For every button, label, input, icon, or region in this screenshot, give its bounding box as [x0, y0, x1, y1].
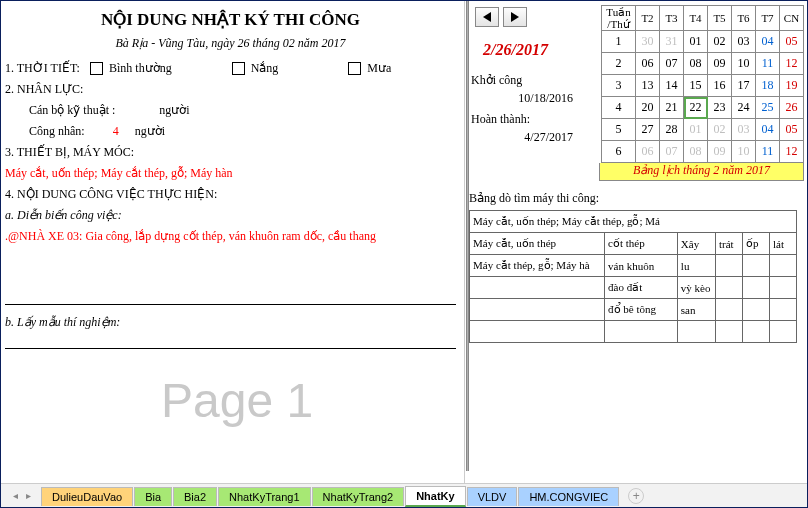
- next-button[interactable]: [503, 7, 527, 27]
- cal-day[interactable]: 25: [756, 97, 780, 119]
- cal-day[interactable]: 10: [732, 141, 756, 163]
- cal-day[interactable]: 10: [732, 53, 756, 75]
- cal-day[interactable]: 07: [660, 141, 684, 163]
- tab-hmcv[interactable]: HM.CONGVIEC: [518, 487, 619, 506]
- lookup-cell[interactable]: [715, 277, 742, 299]
- lookup-cell[interactable]: [742, 321, 769, 343]
- equipment-text: Máy cắt, uốn thép; Máy cắt thép, gỗ; Máy…: [5, 166, 456, 181]
- cal-day[interactable]: 09: [708, 141, 732, 163]
- lookup-cell[interactable]: Máy cắt, uốn thép; Máy cắt thép, gỗ; Má: [470, 211, 797, 233]
- cal-day[interactable]: 08: [684, 141, 708, 163]
- cal-day[interactable]: 27: [636, 119, 660, 141]
- lookup-cell[interactable]: [715, 321, 742, 343]
- cal-day[interactable]: 28: [660, 119, 684, 141]
- lookup-cell[interactable]: Xây: [677, 233, 715, 255]
- lookup-cell[interactable]: Máy cắt, uốn thép: [470, 233, 605, 255]
- cal-day[interactable]: 12: [780, 53, 804, 75]
- lookup-cell[interactable]: ốp: [742, 233, 769, 255]
- cal-day[interactable]: 22: [684, 97, 708, 119]
- cal-day[interactable]: 26: [780, 97, 804, 119]
- cal-day[interactable]: 03: [732, 31, 756, 53]
- cal-day[interactable]: 13: [636, 75, 660, 97]
- cal-header: Tuần/Thứ: [602, 6, 636, 31]
- end-label: Hoàn thành:: [471, 112, 599, 127]
- pane-divider[interactable]: [466, 1, 469, 471]
- cal-day[interactable]: 02: [708, 119, 732, 141]
- lookup-cell[interactable]: [715, 255, 742, 277]
- cal-day[interactable]: 21: [660, 97, 684, 119]
- cal-day[interactable]: 24: [732, 97, 756, 119]
- cal-day[interactable]: 20: [636, 97, 660, 119]
- lookup-cell[interactable]: trát: [715, 233, 742, 255]
- cal-day[interactable]: 02: [708, 31, 732, 53]
- lookup-cell[interactable]: [742, 299, 769, 321]
- cal-day[interactable]: 05: [780, 119, 804, 141]
- staff1-label: Cán bộ kỹ thuật :: [29, 103, 115, 118]
- cal-day[interactable]: 16: [708, 75, 732, 97]
- cal-day[interactable]: 14: [660, 75, 684, 97]
- lookup-cell[interactable]: lát: [769, 233, 796, 255]
- cal-day[interactable]: 04: [756, 119, 780, 141]
- tab-nav-first-icon[interactable]: ◂: [13, 490, 18, 501]
- cal-day[interactable]: 30: [636, 31, 660, 53]
- cal-day[interactable]: 17: [732, 75, 756, 97]
- lookup-cell[interactable]: ván khuôn: [605, 255, 678, 277]
- lookup-cell[interactable]: [769, 299, 796, 321]
- end-date: 4/27/2017: [471, 130, 599, 145]
- lookup-cell[interactable]: [677, 321, 715, 343]
- sec1-label: 1. THỜI TIẾT:: [5, 61, 80, 76]
- cal-day[interactable]: 15: [684, 75, 708, 97]
- lookup-cell[interactable]: [470, 277, 605, 299]
- cal-header: T2: [636, 6, 660, 31]
- cal-day[interactable]: 05: [780, 31, 804, 53]
- cal-day[interactable]: 04: [756, 31, 780, 53]
- cal-day[interactable]: 18: [756, 75, 780, 97]
- tab-vldv[interactable]: VLDV: [467, 487, 518, 506]
- cal-day[interactable]: 23: [708, 97, 732, 119]
- lookup-cell[interactable]: san: [677, 299, 715, 321]
- weather-checkbox-2[interactable]: [232, 62, 245, 75]
- tab-bia2[interactable]: Bia2: [173, 487, 217, 506]
- cal-day[interactable]: 19: [780, 75, 804, 97]
- tab-nav-last-icon[interactable]: ▸: [26, 490, 31, 501]
- cal-day[interactable]: 03: [732, 119, 756, 141]
- lookup-cell[interactable]: [769, 255, 796, 277]
- lookup-cell[interactable]: [470, 321, 605, 343]
- lookup-cell[interactable]: đào đất: [605, 277, 678, 299]
- cal-day[interactable]: 06: [636, 53, 660, 75]
- cal-day[interactable]: 31: [660, 31, 684, 53]
- tab-nk1[interactable]: NhatKyTrang1: [218, 487, 311, 506]
- cal-day[interactable]: 01: [684, 31, 708, 53]
- cal-day[interactable]: 01: [684, 119, 708, 141]
- weather-checkbox-1[interactable]: [90, 62, 103, 75]
- staff1-unit: người: [159, 103, 189, 118]
- add-sheet-button[interactable]: +: [628, 488, 644, 504]
- cal-day[interactable]: 11: [756, 141, 780, 163]
- cal-header: CN: [780, 6, 804, 31]
- cal-day[interactable]: 07: [660, 53, 684, 75]
- weather-checkbox-3[interactable]: [348, 62, 361, 75]
- prev-button[interactable]: [475, 7, 499, 27]
- tab-nk2[interactable]: NhatKyTrang2: [312, 487, 405, 506]
- lookup-cell[interactable]: [605, 321, 678, 343]
- lookup-cell[interactable]: [470, 299, 605, 321]
- cal-day[interactable]: 06: [636, 141, 660, 163]
- work-text: .@NHÀ XE 03: Gia công, lắp dựng cốt thép…: [5, 229, 456, 244]
- tab-nhatky[interactable]: NhatKy: [405, 486, 466, 507]
- cal-day[interactable]: 12: [780, 141, 804, 163]
- cal-day[interactable]: 08: [684, 53, 708, 75]
- cal-day[interactable]: 09: [708, 53, 732, 75]
- tab-bia[interactable]: Bia: [134, 487, 172, 506]
- lookup-cell[interactable]: cốt thép: [605, 233, 678, 255]
- lookup-cell[interactable]: [742, 255, 769, 277]
- tab-dulieu[interactable]: DulieuDauVao: [41, 487, 133, 506]
- lookup-cell[interactable]: [769, 321, 796, 343]
- lookup-cell[interactable]: lu: [677, 255, 715, 277]
- lookup-cell[interactable]: đổ bê tông: [605, 299, 678, 321]
- lookup-cell[interactable]: [715, 299, 742, 321]
- lookup-cell[interactable]: [742, 277, 769, 299]
- cal-day[interactable]: 11: [756, 53, 780, 75]
- lookup-cell[interactable]: [769, 277, 796, 299]
- lookup-cell[interactable]: Máy cắt thép, gỗ; Máy hà: [470, 255, 605, 277]
- lookup-cell[interactable]: vỳ kèo: [677, 277, 715, 299]
